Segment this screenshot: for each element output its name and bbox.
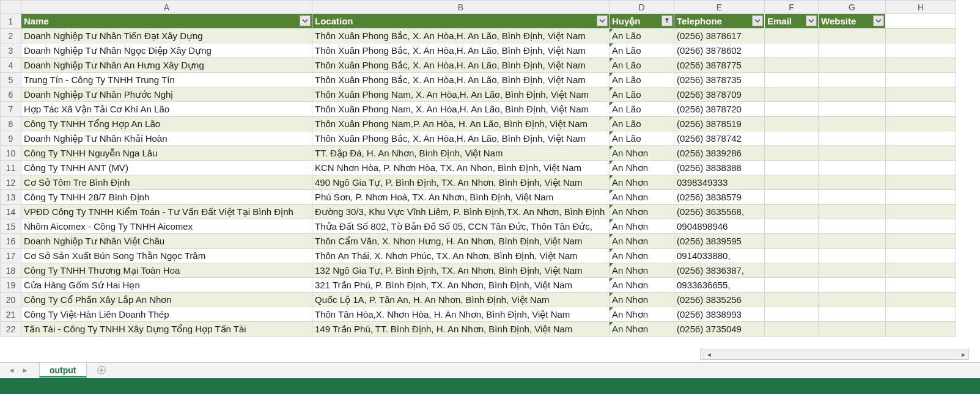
- scroll-right-button[interactable]: ►: [959, 351, 968, 358]
- cell[interactable]: [886, 249, 956, 263]
- row-header[interactable]: 9: [1, 131, 21, 146]
- cell[interactable]: Doanh Nghiệp Tư Nhân Ngọc Diệp Xây Dựng: [21, 43, 312, 58]
- row-header[interactable]: 8: [1, 117, 21, 131]
- row-header[interactable]: 5: [1, 73, 21, 87]
- cell[interactable]: An Nhơn: [610, 234, 674, 249]
- row-header[interactable]: 14: [1, 205, 21, 219]
- cell[interactable]: Cơ Sở Tôm Tre Bình Định: [21, 175, 312, 190]
- cell[interactable]: [886, 293, 956, 307]
- cell[interactable]: (0256) 3878709: [674, 87, 765, 102]
- cell[interactable]: An Lão: [610, 58, 674, 73]
- cell[interactable]: [765, 87, 819, 102]
- horizontal-scrollbar[interactable]: ⋮ ◄ ►: [700, 349, 969, 360]
- row-header[interactable]: 11: [1, 161, 21, 175]
- cell[interactable]: (0256) 3836387,: [674, 263, 765, 278]
- cell[interactable]: An Nhơn: [610, 307, 674, 322]
- cell[interactable]: Doanh Nghiệp Tư Nhân Tiến Đạt Xây Dựng: [21, 29, 312, 43]
- cell[interactable]: 0914033880,: [674, 249, 765, 263]
- cell[interactable]: An Lão: [610, 131, 674, 146]
- cell[interactable]: [819, 293, 886, 307]
- cell[interactable]: [819, 58, 886, 73]
- cell[interactable]: (0256) 3878519: [674, 117, 765, 131]
- cell[interactable]: Thôn Xuân Phong Bắc, X. An Hòa,H. An Lão…: [312, 29, 610, 43]
- cell[interactable]: [886, 219, 956, 234]
- filter-dropdown-button[interactable]: [806, 15, 817, 26]
- cell[interactable]: [765, 73, 819, 87]
- cell[interactable]: (0256) 3878775: [674, 58, 765, 73]
- cell[interactable]: [819, 263, 886, 278]
- sheet-nav-prev[interactable]: ◄: [5, 364, 18, 376]
- column-header-G[interactable]: G: [819, 1, 886, 14]
- cell[interactable]: An Lão: [610, 102, 674, 117]
- cell[interactable]: [819, 73, 886, 87]
- cell[interactable]: An Nhơn: [610, 175, 674, 190]
- cell[interactable]: [886, 307, 956, 322]
- cell[interactable]: Thôn Xuân Phong Nam, X. An Hòa,H. An Lão…: [312, 87, 610, 102]
- cell[interactable]: [765, 29, 819, 43]
- cell[interactable]: Thôn Cẩm Văn, X. Nhơn Hưng, H. An Nhơn, …: [312, 234, 610, 249]
- cell[interactable]: [886, 234, 956, 249]
- cell[interactable]: [765, 161, 819, 175]
- cell[interactable]: (0256) 3838993: [674, 307, 765, 322]
- cell[interactable]: (0256) 3878617: [674, 29, 765, 43]
- cell[interactable]: [765, 263, 819, 278]
- cell[interactable]: [886, 161, 956, 175]
- column-header-H[interactable]: H: [886, 1, 956, 14]
- column-header-B[interactable]: B: [312, 1, 610, 14]
- cell[interactable]: [819, 29, 886, 43]
- cell[interactable]: [886, 278, 956, 293]
- row-header[interactable]: 4: [1, 58, 21, 73]
- cell[interactable]: An Nhơn: [610, 161, 674, 175]
- cell[interactable]: Thôn Xuân Phong Bắc, X. An Hòa,H. An Lão…: [312, 131, 610, 146]
- scroll-left-button[interactable]: ◄: [704, 351, 714, 358]
- filter-dropdown-button[interactable]: [873, 15, 884, 26]
- cell[interactable]: Trung Tín - Công Ty TNHH Trung Tín: [21, 73, 312, 87]
- row-header[interactable]: 18: [1, 263, 21, 278]
- cell[interactable]: [819, 234, 886, 249]
- cell[interactable]: [819, 102, 886, 117]
- cell[interactable]: [765, 131, 819, 146]
- column-header-F[interactable]: F: [765, 1, 819, 14]
- cell[interactable]: An Nhơn: [610, 190, 674, 205]
- cell[interactable]: Thôn Xuân Phong Nam,P. An Hòa, H. An Lão…: [312, 117, 610, 131]
- cell[interactable]: Cửa Hàng Gốm Sứ Hai Hẹn: [21, 278, 312, 293]
- cell[interactable]: [765, 190, 819, 205]
- cell[interactable]: Doanh Nghiệp Tư Nhân An Hưng Xây Dựng: [21, 58, 312, 73]
- cell[interactable]: An Lão: [610, 117, 674, 131]
- cell[interactable]: [765, 249, 819, 263]
- cell[interactable]: [886, 87, 956, 102]
- cell[interactable]: Công Ty TNHH 28/7 Bình Định: [21, 190, 312, 205]
- cell[interactable]: Hợp Tác Xã Vận Tải Cơ Khí An Lão: [21, 102, 312, 117]
- cell[interactable]: Công Ty TNHH Tổng Hợp An Lão: [21, 117, 312, 131]
- sheet-nav-next[interactable]: ►: [18, 364, 32, 376]
- cell[interactable]: 490 Ngô Gia Tự, P. Bình Định, TX. An Nhơ…: [312, 175, 610, 190]
- row-header[interactable]: 3: [1, 43, 21, 58]
- row-header[interactable]: 13: [1, 190, 21, 205]
- cell[interactable]: (0256) 3839595: [674, 234, 765, 249]
- cell[interactable]: [819, 131, 886, 146]
- row-header[interactable]: 12: [1, 175, 21, 190]
- cell[interactable]: 321 Trần Phú, P. Bình Định, TX. An Nhơn,…: [312, 278, 610, 293]
- cell[interactable]: TT. Đập Đá, H. An Nhơn, Bình Định, Việt …: [312, 146, 610, 161]
- table-header-cell[interactable]: [886, 14, 956, 29]
- cell[interactable]: [886, 73, 956, 87]
- filter-dropdown-button[interactable]: [597, 15, 608, 26]
- cell[interactable]: [886, 131, 956, 146]
- row-header[interactable]: 16: [1, 234, 21, 249]
- cell[interactable]: [819, 307, 886, 322]
- cell[interactable]: (0256) 3838388: [674, 161, 765, 175]
- row-header[interactable]: 10: [1, 146, 21, 161]
- cell[interactable]: [765, 219, 819, 234]
- cell[interactable]: An Nhơn: [610, 293, 674, 307]
- cell[interactable]: Công Ty Cổ Phần Xây Lắp An Nhơn: [21, 293, 312, 307]
- cell[interactable]: An Lão: [610, 87, 674, 102]
- cell[interactable]: 0398349333: [674, 175, 765, 190]
- table-header-cell[interactable]: Location: [312, 14, 610, 29]
- cell[interactable]: [886, 146, 956, 161]
- table-header-cell[interactable]: Email: [765, 14, 819, 29]
- cell[interactable]: [819, 146, 886, 161]
- row-header[interactable]: 7: [1, 102, 21, 117]
- cell[interactable]: Doanh Nghiệp Tư Nhân Việt Châu: [21, 234, 312, 249]
- cell[interactable]: Quốc Lộ 1A, P. Tân An, H. An Nhơn, Bình …: [312, 293, 610, 307]
- cell[interactable]: (0256) 3878720: [674, 102, 765, 117]
